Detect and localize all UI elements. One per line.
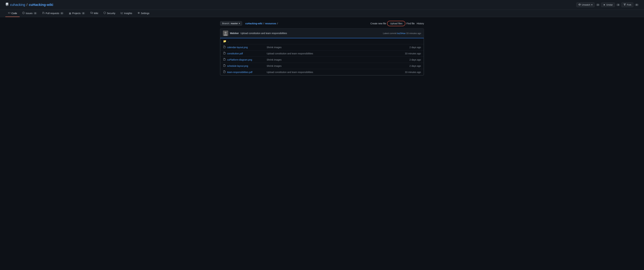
security-icon — [104, 12, 106, 15]
file-name[interactable]: constitution.pdf — [227, 52, 264, 55]
parent-dir-link[interactable]: .. — [228, 40, 229, 43]
commit-hash[interactable]: ba294ae — [397, 32, 406, 35]
unwatch-label: Unwatch — [582, 4, 590, 6]
table-row: constitution.pdf Upload constitution and… — [220, 51, 424, 57]
find-file-button[interactable]: Find file — [406, 22, 414, 25]
tab-projects-label: Projects — [72, 12, 81, 15]
file-icon — [223, 71, 226, 74]
commit-meta: Latest commit ba294ae 33 minutes ago — [383, 32, 421, 35]
nav-tabs: Code Issues 0 Pull requests 0 ▦ Projects… — [0, 10, 644, 17]
file-commit-message: Upload constitution and team responsibil… — [264, 71, 401, 74]
repo-title: cuhacking / cuHacking-wiki — [5, 3, 53, 7]
unstar-label: Unstar — [606, 4, 613, 6]
table-row: calendar-layout.png Shrink images 2 days… — [220, 44, 424, 51]
table-row: schedule-layout.png Shrink images 2 days… — [220, 63, 424, 69]
projects-count: 0 — [82, 12, 85, 15]
avatar — [223, 31, 228, 36]
insights-icon — [121, 12, 123, 15]
tab-code[interactable]: Code — [5, 10, 20, 17]
file-time: 2 days ago — [401, 46, 421, 49]
unwatch-count: 3 — [596, 4, 600, 6]
tab-settings[interactable]: Settings — [135, 10, 152, 17]
create-new-file-button[interactable]: Create new file — [370, 22, 386, 25]
repo-name[interactable]: cuHacking-wiki — [29, 3, 53, 7]
file-name[interactable]: team-responsibilities.pdf — [227, 71, 264, 74]
header-actions: Unwatch ▾ 3 ★ Unstar 3 Fork 0 — [576, 2, 639, 7]
commit-author[interactable]: Walsker — [230, 32, 239, 35]
latest-commit-label: Latest commit — [383, 32, 396, 35]
tab-pull-requests[interactable]: Pull requests 0 — [40, 10, 66, 17]
branch-name: master — [231, 22, 238, 25]
tab-projects[interactable]: ▦ Projects 0 — [66, 10, 88, 17]
file-name[interactable]: calendar-layout.png — [227, 46, 264, 49]
tab-insights[interactable]: Insights — [118, 10, 135, 17]
file-name[interactable]: cuPlatform-diagram.png — [227, 58, 264, 61]
repo-bar: Branch: master ▾ cuHacking-wiki / resour… — [220, 21, 424, 26]
tab-security-label: Security — [107, 12, 116, 15]
wiki-icon — [90, 12, 93, 15]
file-icon — [223, 52, 226, 55]
file-icon — [223, 46, 226, 49]
upload-files-button[interactable]: Upload files — [388, 22, 404, 26]
table-row: cuPlatform-diagram.png Shrink images 2 d… — [220, 57, 424, 63]
star-icon: ★ — [603, 4, 605, 6]
breadcrumb-sep2: / — [277, 22, 278, 25]
parent-dir-row: 📁 .. — [220, 38, 424, 44]
fork-count: 0 — [635, 4, 639, 6]
file-time: 33 minutes ago — [401, 71, 421, 74]
history-button[interactable]: History — [416, 22, 424, 25]
issues-icon — [22, 12, 25, 15]
upload-files-label: Upload files — [390, 22, 402, 25]
issues-count: 0 — [34, 12, 37, 15]
file-commit-message: Shrink images — [264, 65, 401, 67]
unstar-button[interactable]: ★ Unstar — [601, 3, 615, 7]
breadcrumb-folder-link[interactable]: resources — [265, 22, 276, 25]
file-time: 2 days ago — [401, 65, 421, 67]
repo-actions: Create new file Upload files Find file H… — [370, 22, 424, 26]
branch-selector[interactable]: Branch: master ▾ — [220, 21, 242, 26]
commit-time: 33 minutes ago — [406, 32, 421, 35]
file-list: 📁 .. calendar-layout.png Shrink images 2… — [220, 38, 424, 75]
code-icon — [8, 12, 10, 15]
breadcrumb-sep1: / — [263, 22, 264, 25]
repo-owner[interactable]: cuhacking — [10, 3, 25, 7]
main-content: Branch: master ▾ cuHacking-wiki / resour… — [215, 17, 429, 80]
eye-icon — [578, 3, 581, 6]
table-row: team-responsibilities.pdf Upload constit… — [220, 69, 424, 75]
tab-issues-label: Issues — [26, 12, 32, 15]
fork-icon — [624, 3, 626, 6]
breadcrumb: Branch: master ▾ cuHacking-wiki / resour… — [220, 21, 278, 26]
file-time: 2 days ago — [401, 58, 421, 61]
tab-issues[interactable]: Issues 0 — [20, 10, 40, 17]
header: cuhacking / cuHacking-wiki Unwatch ▾ 3 ★… — [0, 0, 644, 10]
tab-pr-label: Pull requests — [46, 12, 59, 15]
file-time: 33 minutes ago — [401, 52, 421, 55]
tab-wiki[interactable]: Wiki — [88, 10, 101, 17]
svg-point-1 — [224, 32, 226, 34]
tab-security[interactable]: Security — [101, 10, 118, 17]
file-icon — [223, 64, 226, 68]
repo-separator: / — [26, 3, 28, 7]
tab-wiki-label: Wiki — [94, 12, 98, 15]
projects-icon: ▦ — [69, 12, 71, 15]
folder-icon: 📁 — [223, 40, 226, 43]
unwatch-button[interactable]: Unwatch ▾ — [576, 2, 595, 7]
branch-chevron-icon: ▾ — [239, 22, 240, 25]
commit-message: Upload constitution and team responsibil… — [240, 32, 287, 35]
file-name[interactable]: schedule-layout.png — [227, 65, 264, 67]
pr-count: 0 — [60, 12, 64, 15]
commit-box: Walsker Upload constitution and team res… — [220, 28, 424, 76]
breadcrumb-repo-link[interactable]: cuHacking-wiki — [245, 22, 262, 25]
file-icon — [223, 58, 226, 61]
tab-insights-label: Insights — [124, 12, 132, 15]
commit-info: Walsker Upload constitution and team res… — [223, 31, 287, 36]
branch-label: Branch: — [222, 22, 230, 25]
repo-icon — [5, 3, 9, 7]
fork-label: Fork — [627, 4, 631, 6]
file-commit-message: Shrink images — [264, 58, 401, 61]
tab-code-label: Code — [12, 12, 17, 15]
fork-button[interactable]: Fork — [621, 2, 634, 7]
file-commit-message: Shrink images — [264, 46, 401, 49]
settings-icon — [138, 12, 140, 15]
unstar-count: 3 — [616, 4, 620, 6]
